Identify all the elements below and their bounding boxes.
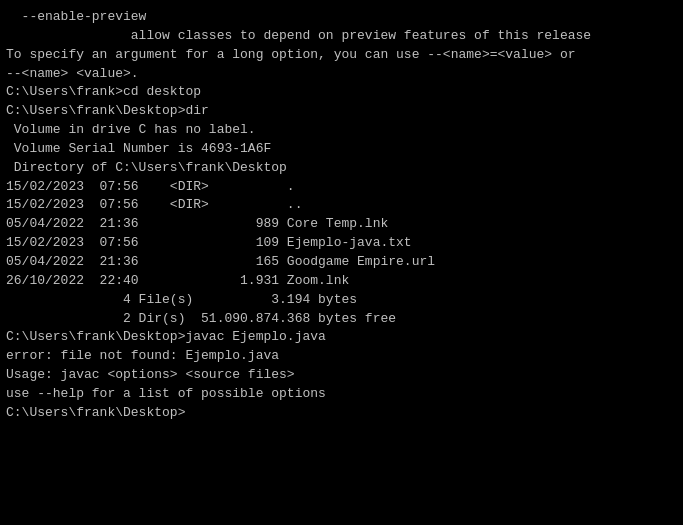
terminal-line: 15/02/2023 07:56 <DIR> . [6,178,677,197]
terminal-line: Usage: javac <options> <source files> [6,366,677,385]
terminal-line: To specify an argument for a long option… [6,46,677,65]
terminal-line: 4 File(s) 3.194 bytes [6,291,677,310]
terminal-line: Directory of C:\Users\frank\Desktop [6,159,677,178]
terminal-line: Volume Serial Number is 4693-1A6F [6,140,677,159]
terminal-line: error: file not found: Ejemplo.java [6,347,677,366]
terminal-line: C:\Users\frank\Desktop>javac Ejemplo.jav… [6,328,677,347]
terminal-window[interactable]: --enable-preview allow classes to depend… [0,0,683,525]
terminal-line: 15/02/2023 07:56 <DIR> .. [6,196,677,215]
terminal-line: allow classes to depend on preview featu… [6,27,677,46]
terminal-line: 2 Dir(s) 51.090.874.368 bytes free [6,310,677,329]
terminal-line: C:\Users\frank>cd desktop [6,83,677,102]
terminal-line: C:\Users\frank\Desktop>dir [6,102,677,121]
terminal-output: --enable-preview allow classes to depend… [6,8,677,423]
terminal-line: 05/04/2022 21:36 165 Goodgame Empire.url [6,253,677,272]
terminal-line: --<name> <value>. [6,65,677,84]
terminal-line: --enable-preview [6,8,677,27]
terminal-line: Volume in drive C has no label. [6,121,677,140]
terminal-line: C:\Users\frank\Desktop> [6,404,677,423]
terminal-line: 15/02/2023 07:56 109 Ejemplo-java.txt [6,234,677,253]
terminal-line: 05/04/2022 21:36 989 Core Temp.lnk [6,215,677,234]
terminal-line: use --help for a list of possible option… [6,385,677,404]
terminal-line: 26/10/2022 22:40 1.931 Zoom.lnk [6,272,677,291]
